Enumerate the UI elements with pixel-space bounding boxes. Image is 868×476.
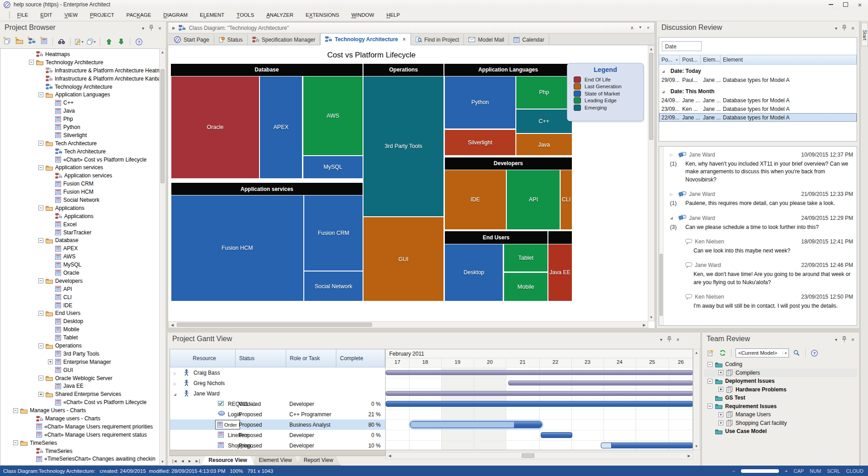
group-expanded-icon[interactable]: ◢ (662, 90, 668, 94)
gantt-summary-bar[interactable] (508, 381, 693, 386)
new-document-button[interactable] (706, 348, 715, 357)
treemap-block[interactable]: AWS (303, 76, 363, 155)
team-review-item[interactable]: −Requirement Issues (704, 402, 857, 411)
tree-item[interactable]: Social Network (0, 196, 159, 204)
collapse-toggle[interactable]: − (38, 311, 43, 316)
menu-tools[interactable]: TOOLS (236, 12, 254, 18)
group-by-field[interactable]: Date (662, 41, 702, 51)
zoom-out-icon[interactable]: − (732, 468, 735, 474)
tree-item[interactable]: Python (0, 123, 159, 131)
treemap-block[interactable]: Java EE (548, 244, 572, 301)
tree-item[interactable]: −TimeSeries (0, 439, 159, 447)
close-icon[interactable]: × (851, 337, 854, 343)
treemap-block[interactable]: Fusion HCM (171, 195, 303, 301)
chevron-down-icon[interactable]: ▾ (639, 25, 642, 31)
gantt-summary-bar[interactable] (386, 370, 693, 375)
discussion-row[interactable]: 24/09...Jane ...Jane ...Database types f… (659, 96, 857, 105)
tree-item[interactable]: Oracle (0, 269, 159, 277)
tree-item[interactable]: AWS (0, 252, 159, 261)
expand-toggle[interactable]: + (718, 370, 723, 375)
tree-item[interactable]: Fusion CRM (0, 180, 159, 188)
view-tab-element-view[interactable]: Element View (251, 456, 300, 466)
gantt-column-header[interactable]: Resource (170, 349, 236, 367)
treemap-block[interactable]: MySQL (303, 156, 363, 178)
pin-icon[interactable] (149, 25, 153, 32)
team-review-item[interactable]: +Manage Users (704, 410, 857, 419)
gantt-column-header[interactable]: Role or Task (286, 349, 336, 367)
tree-item[interactable]: −Application Languages (0, 90, 159, 99)
new-diagram-button[interactable]: ✦ (27, 37, 36, 46)
gantt-row[interactable]: OrderProposedBusiness Analyst80 % (170, 419, 385, 430)
tree-item[interactable]: −Developers (0, 277, 159, 285)
treemap-block[interactable]: Java (516, 134, 572, 155)
gantt-column-header[interactable]: Status (236, 349, 286, 367)
search-button[interactable] (792, 348, 801, 357)
treemap-block[interactable]: Fusion CRM (304, 195, 363, 271)
team-review-item[interactable]: −Coding (704, 360, 857, 369)
selected-resource-box[interactable]: Order (215, 420, 240, 429)
diagram-canvas[interactable]: Cost vs Platform Lifecycle DatabaseOpera… (168, 45, 655, 328)
new-element-button[interactable]: ✦ (39, 37, 48, 46)
tree-item[interactable]: «TimeSeriesChart» Changes awaiting check… (0, 455, 159, 463)
tree-item[interactable]: −Applications (0, 204, 159, 212)
collapse-toggle[interactable]: − (38, 165, 43, 170)
move-up-button[interactable] (104, 37, 113, 46)
gantt-task-bar[interactable] (541, 432, 573, 438)
tree-item[interactable]: Mobile (0, 325, 159, 333)
collapse-toggle[interactable]: − (38, 343, 43, 348)
tree-item[interactable]: Tablet (0, 333, 159, 342)
timeline-horizontal-scrollbar[interactable]: ◀▶ (386, 452, 693, 459)
gantt-nav-buttons[interactable]: |◄◄►►| (170, 456, 204, 466)
view-tab-report-view[interactable]: Report View (296, 456, 341, 466)
zoom-in-icon[interactable]: + (785, 468, 788, 474)
discussion-post[interactable]: ◢Jane Ward24/09/2015 12:29 PM(3)Can we p… (670, 214, 853, 231)
menu-diagram[interactable]: DIAGRAM (163, 12, 188, 18)
collapse-toggle[interactable]: − (29, 60, 34, 65)
treemap-block[interactable]: Desktop (445, 244, 503, 301)
tree-item[interactable]: MySQL (0, 261, 159, 269)
gantt-task-bar[interactable] (601, 443, 693, 448)
treemap-block[interactable]: CLI (561, 170, 572, 229)
tree-item[interactable]: «Chart» Manage Users requirement priorit… (0, 423, 159, 431)
tree-item[interactable]: CLI (0, 293, 159, 301)
tree-item[interactable]: TimeSeries (0, 447, 159, 455)
menu-view[interactable]: VIEW (65, 12, 78, 18)
discussion-row[interactable]: 22/09...Jane ...Jane ...Database types f… (659, 113, 857, 122)
tree-item[interactable]: APEX (0, 244, 159, 252)
tree-item[interactable]: 3rd Party Tools (0, 350, 159, 358)
gantt-row[interactable]: ▷Greg Nichols (170, 378, 385, 388)
thread-collapsed-icon[interactable]: ▷ (670, 153, 676, 157)
column-header[interactable]: Element (721, 55, 857, 65)
expand-toggle[interactable]: + (38, 392, 43, 397)
tree-item[interactable]: Heatmaps (0, 50, 159, 58)
tab-find-in-project[interactable]: Find in Project (411, 34, 464, 45)
pin-icon[interactable] (842, 25, 846, 32)
close-icon[interactable]: × (851, 25, 854, 32)
refresh-button[interactable] (718, 348, 727, 357)
find-in-browser-button[interactable] (57, 37, 66, 46)
tree-item[interactable]: Java (0, 107, 159, 115)
tree-item[interactable]: Tech Architecture (0, 148, 159, 156)
row-collapsed-icon[interactable]: ▷ (174, 380, 176, 386)
tab-model-mail[interactable]: Model Mail (464, 34, 509, 45)
tree-item[interactable]: Silverlight (0, 131, 159, 139)
treemap-block[interactable]: 3rd Party Tools (363, 76, 443, 216)
column-header[interactable]: Post... (680, 55, 701, 65)
menu-analyzer[interactable]: ANALYZER (266, 12, 293, 18)
discussion-post[interactable]: ▷Jane Ward10/09/2015 12:37 PM(1)Ken, why… (670, 150, 853, 184)
tree-item[interactable]: API (0, 285, 159, 293)
team-review-item[interactable]: +Compilers (704, 369, 857, 377)
column-header[interactable]: Po...▾ (659, 55, 680, 65)
toolbox-expand-icon[interactable]: » (172, 25, 175, 31)
tree-item[interactable]: −Tech Architecture (0, 139, 159, 148)
menu-project[interactable]: PROJECT (90, 12, 114, 18)
team-review-item[interactable]: +Shopping Cart facility (704, 419, 857, 428)
thread-scrollbar[interactable] (659, 147, 664, 325)
tree-item[interactable]: StarTracker (0, 228, 159, 237)
view-tab-resource-view[interactable]: Resource View (201, 456, 255, 466)
treemap-block[interactable]: Silverlight (445, 130, 515, 155)
treemap-block[interactable]: C++ (516, 109, 572, 133)
expand-toggle[interactable]: + (48, 359, 53, 364)
tree-item[interactable]: Technology Architecture (0, 83, 159, 91)
menu-element[interactable]: ELEMENT (200, 12, 224, 18)
